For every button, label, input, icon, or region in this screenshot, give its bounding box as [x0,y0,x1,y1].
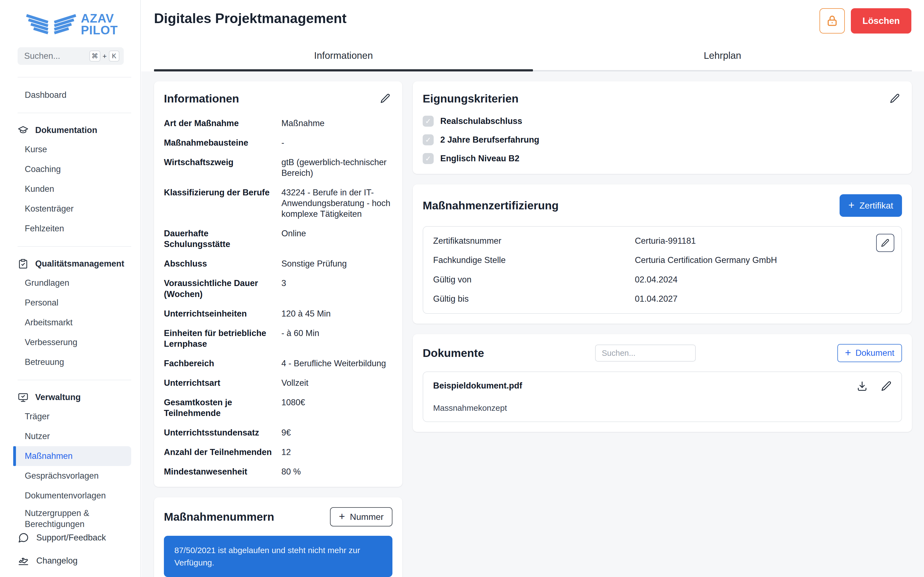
divider [18,77,131,77]
graduation-cap-icon [18,125,29,136]
brand-name: AZAV PILOT [81,12,118,36]
sidebar-item-fehlzeiten[interactable]: Fehlzeiten [13,219,131,239]
zertifizierung-card: Maßnahmenzertifizierung + Zertifikat Zer… [413,184,912,324]
info-row: AbschlussSonstige Prüfung [164,258,393,269]
checkbox-checked[interactable]: ✓ [423,116,434,127]
keycap-plus: + [103,52,107,60]
edit-eignungskriterien-button[interactable] [888,91,902,106]
zertifikat-row: ZertifikatsnummerCerturia-991181 [433,235,892,247]
dokumente-card: Dokumente + Dokument Beispieldokument.pd… [413,334,912,432]
download-document-button[interactable] [856,380,868,393]
zertifikat-details-box: ZertifikatsnummerCerturia-991181 Fachkun… [423,226,902,314]
page-title: Digitales Projektmanagement [154,10,347,26]
k-keycap: K [109,50,120,61]
info-row: Voraussichtliche Dauer (Wochen)3 [164,278,393,299]
sidebar-footer: Support/Feedback Changelog [18,532,106,567]
info-row: Fachbereich4 - Berufliche Weiterbildung [164,358,393,369]
info-row: UnterrichtsartVollzeit [164,377,393,388]
sidebar-section-qualitaetsmanagement: Qualitätsmanagement [13,255,131,273]
info-row: WirtschaftszweiggtB (gewerblich-technisc… [164,157,393,178]
plus-icon: + [845,347,851,358]
content: Informationen Art der MaßnahmeMaßnahme M… [141,71,924,577]
sidebar-item-arbeitsmarkt[interactable]: Arbeitsmarkt [13,313,131,332]
eligibility-list: ✓ Realschulabschluss ✓ 2 Jahre Berufserf… [423,116,902,164]
sidebar-item-personal[interactable]: Personal [13,293,131,313]
plus-icon: + [339,511,345,522]
sidebar-item-support-feedback[interactable]: Support/Feedback [18,532,106,543]
tabs: Informationen Lehrplan [154,50,912,71]
sidebar-section-verwaltung: Verwaltung [13,388,131,407]
sidebar-search-placeholder: Suchen... [24,51,89,61]
download-icon [856,380,868,392]
sidebar-item-kurse[interactable]: Kurse [13,140,131,160]
sidebar-item-verbesserung[interactable]: Verbesserung [13,332,131,352]
add-zertifikat-button[interactable]: + Zertifikat [840,194,902,217]
sidebar-section-dokumentation: Dokumentation [13,121,131,140]
info-row: Art der MaßnahmeMaßnahme [164,118,393,129]
right-column: Eignungskriterien ✓ Realschulabschluss ✓ [413,81,912,432]
clipboard-check-icon [18,258,29,269]
sidebar-search[interactable]: Suchen... ⌘ + K [18,47,124,65]
plus-icon: + [848,200,855,210]
left-column: Informationen Art der MaßnahmeMaßnahme M… [154,81,402,577]
sidebar-item-changelog[interactable]: Changelog [18,555,106,567]
add-nummer-button[interactable]: + Nummer [330,507,393,527]
edit-informationen-button[interactable] [378,91,393,106]
cmd-keycap: ⌘ [89,50,100,61]
tab-lehrplan[interactable]: Lehrplan [533,50,912,69]
sidebar-item-nutzer[interactable]: Nutzer [13,426,131,446]
info-row: Anzahl der Teilnehmenden12 [164,447,393,458]
zertifikat-row: Fachkundige StelleCerturia Certification… [433,255,892,266]
eligibility-item: ✓ Englisch Niveau B2 [423,153,902,164]
add-dokument-button[interactable]: + Dokument [837,344,902,362]
sidebar-item-kunden[interactable]: Kunden [13,179,131,199]
sidebar-item-massnahmen[interactable]: Maßnahmen [13,446,131,466]
app-logo: AZAV PILOT [25,11,118,37]
info-row: Klassifizierung der Berufe43224 - Berufe… [164,187,393,219]
info-row: Mindestanwesenheit80 % [164,466,393,477]
sidebar-item-gespraechsvorlagen[interactable]: Gesprächsvorlagen [13,466,131,486]
edit-zertifikat-button[interactable] [876,234,894,252]
info-row: Unterrichtsstundensatz9€ [164,427,393,438]
sidebar-item-traeger[interactable]: Träger [13,407,131,426]
zertifizierung-card-title: Maßnahmenzertifizierung [423,199,559,212]
sidebar-item-kostentraeger[interactable]: Kostenträger [13,199,131,219]
info-row: Unterrichtseinheiten120 à 45 Min [164,308,393,319]
informationen-card-title: Informationen [164,92,239,105]
informationen-card: Informationen Art der MaßnahmeMaßnahme M… [154,81,402,487]
info-row: Gesamtkosten je Teilnehmende1080€ [164,397,393,419]
informationen-rows: Art der MaßnahmeMaßnahme Maßnahmebaustei… [164,118,393,477]
main-header: Digitales Projektmanagement Löschen Info… [141,0,924,71]
edit-document-button[interactable] [880,380,892,393]
dokumente-card-title: Dokumente [423,347,484,359]
checkbox-checked[interactable]: ✓ [423,153,434,164]
sidebar: AZAV PILOT Suchen... ⌘ + K Dashboard Dok… [0,0,141,577]
sidebar-item-dashboard[interactable]: Dashboard [13,85,131,105]
massnahmenummern-card: Maßnahmenummern + Nummer 87/50/2021 ist … [154,497,402,577]
wings-logo-icon [25,11,77,37]
sidebar-item-grundlagen[interactable]: Grundlagen [13,273,131,293]
monitor-check-icon [18,392,29,403]
zertifikat-row: Gültig bis01.04.2027 [433,293,892,305]
pencil-icon [880,380,892,392]
checkbox-checked[interactable]: ✓ [423,134,434,145]
header-actions: Löschen [819,8,911,34]
tab-underline-active [154,69,533,71]
lock-button[interactable] [819,8,845,34]
zertifikat-row: Gültig von02.04.2024 [433,274,892,285]
dokumente-search-input[interactable] [595,345,696,362]
document-category: Massnahmekonzept [433,403,892,413]
pencil-icon [889,93,900,104]
sidebar-item-betreuung[interactable]: Betreuung [13,352,131,372]
sidebar-item-dokumentenvorlagen[interactable]: Dokumentenvorlagen [13,486,131,506]
info-row: Einheiten für betriebliche Lernphase- à … [164,328,393,349]
sidebar-item-nutzergruppen-berechtigungen[interactable]: Nutzergruppen & Berechtigungen [13,506,112,532]
expired-number-alert: 87/50/2021 ist abgelaufen und steht nich… [164,536,393,577]
eligibility-item: ✓ 2 Jahre Berufserfahrung [423,134,902,145]
sidebar-item-coaching[interactable]: Coaching [13,160,131,179]
delete-button[interactable]: Löschen [851,8,911,34]
document-row: Beispieldokument.pdf Massnahmekonzept [423,371,902,422]
pencil-icon [380,93,391,104]
tab-informationen[interactable]: Informationen [154,50,533,69]
lock-icon [826,15,838,27]
